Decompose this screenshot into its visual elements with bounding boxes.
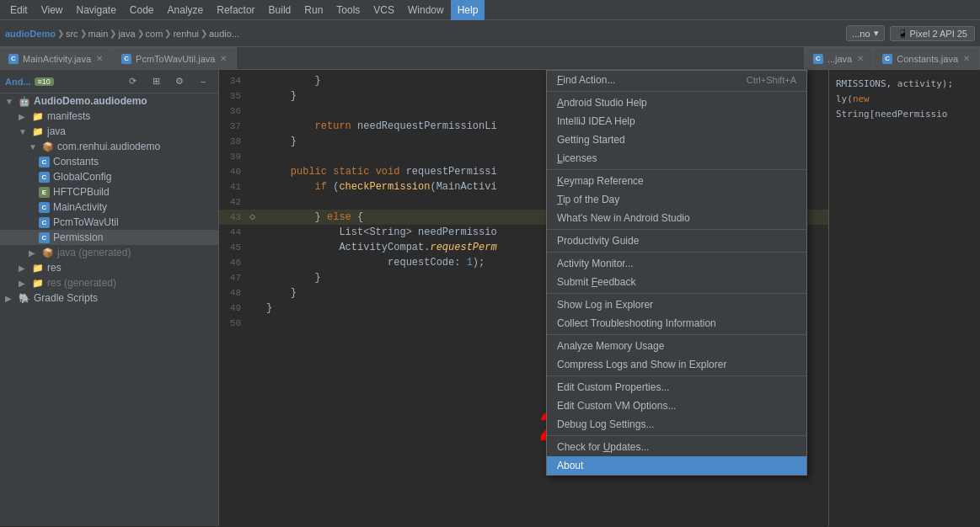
tree-gradle-label: Gradle Scripts xyxy=(34,292,98,304)
tree-pcmtowavutil[interactable]: C PcmToWavUtil xyxy=(0,215,218,230)
tree-gradle[interactable]: ▶ 🐘 Gradle Scripts xyxy=(0,290,218,306)
class-icon-mainactivity: C xyxy=(39,202,50,213)
tree-res-generated[interactable]: ▶ 📁 res (generated) xyxy=(0,275,218,290)
breadcrumb-sep1: ❯ xyxy=(57,29,64,38)
menu-code[interactable]: Code xyxy=(123,0,161,20)
tab-close-rightjava[interactable]: ✕ xyxy=(856,54,865,63)
menu-productivity-guide[interactable]: Productivity Guide xyxy=(547,232,806,250)
tree-mainactivity[interactable]: C MainActivity xyxy=(0,200,218,215)
tree-permission[interactable]: C Permission xyxy=(0,230,218,245)
menu-submit-feedback-label: Submit Feedback xyxy=(557,276,635,288)
tree-arrow-resgen: ▶ xyxy=(19,279,29,288)
run-config-dropdown[interactable]: ...no ▾ xyxy=(846,25,884,41)
tree-mainactivity-label: MainActivity xyxy=(53,201,107,213)
tab-rightjava[interactable]: C ...java ✕ xyxy=(805,47,874,69)
tree-hftcpbuild[interactable]: E HFTCPBuild xyxy=(0,184,218,200)
menu-whats-new-label: What's New in Android Studio xyxy=(557,212,690,224)
tab-icon-c3: C xyxy=(813,54,823,64)
tree-globalconfig[interactable]: C GlobalConfig xyxy=(0,169,218,184)
menu-find-action[interactable]: Find Action... Ctrl+Shift+A xyxy=(547,71,806,89)
menu-licenses-label: Licenses xyxy=(557,152,597,164)
tree-arrow-res: ▶ xyxy=(19,264,29,273)
tab-label-mainactivity: MainActivity.java xyxy=(23,54,91,64)
sidebar-sync-btn[interactable]: ⟳ xyxy=(122,72,142,92)
menu-analyze[interactable]: Analyze xyxy=(161,0,211,20)
menu-analyze-memory[interactable]: Analyze Memory Usage xyxy=(547,337,806,355)
menu-about[interactable]: About xyxy=(547,456,806,475)
menu-build[interactable]: Build xyxy=(262,0,298,20)
tree-java[interactable]: ▼ 📁 java xyxy=(0,124,218,139)
sidebar-expand-btn[interactable]: ⊞ xyxy=(146,72,166,92)
package-icon-gen: 📦 xyxy=(42,248,54,258)
menu-collect-troubleshooting[interactable]: Collect Troubleshooting Information xyxy=(547,314,806,333)
sidebar-collapse-btn[interactable]: − xyxy=(193,72,213,92)
breadcrumb-renhui: renhui xyxy=(173,29,199,39)
menu-activity-monitor[interactable]: Activity Monitor... xyxy=(547,254,806,273)
menu-debug-log[interactable]: Debug Log Settings... xyxy=(547,415,806,434)
tab-close-constants[interactable]: ✕ xyxy=(962,54,971,63)
sidebar-settings-btn[interactable]: ⚙ xyxy=(169,72,190,92)
menu-navigate[interactable]: Navigate xyxy=(69,0,122,20)
left-tab-bar: C MainActivity.java ✕ C PcmToWavUtil.jav… xyxy=(0,47,804,69)
menu-show-log[interactable]: Show Log in Explorer xyxy=(547,295,806,314)
tree-package[interactable]: ▼ 📦 com.renhui.audiodemo xyxy=(0,139,218,154)
menu-divider-3 xyxy=(547,229,806,230)
menu-compress-logs-label: Compress Logs and Show in Explorer xyxy=(557,359,726,370)
menu-intellij-help[interactable]: IntelliJ IDEA Help xyxy=(547,112,806,130)
menu-collect-troubleshooting-label: Collect Troubleshooting Information xyxy=(557,317,716,329)
breadcrumb-audio: audio... xyxy=(209,29,239,39)
tree-pcmtowavutil-label: PcmToWavUtil xyxy=(53,216,119,228)
class-icon-pcmtowavutil: C xyxy=(39,217,50,228)
tab-close-pcmtowavutil[interactable]: ✕ xyxy=(219,54,228,63)
menu-run[interactable]: Run xyxy=(297,0,329,20)
tree-root[interactable]: ▼ 🤖 AudioDemo.audiodemo xyxy=(0,93,218,109)
menu-intellij-help-label: IntelliJ IDEA Help xyxy=(557,115,635,127)
tree-resgen-label: res (generated) xyxy=(47,277,116,289)
class-icon-globalconfig: C xyxy=(39,172,50,183)
menu-whats-new[interactable]: What's New in Android Studio xyxy=(547,209,806,227)
menu-edit[interactable]: Edit xyxy=(3,0,35,20)
menu-licenses[interactable]: Licenses xyxy=(547,149,806,168)
tree-res[interactable]: ▶ 📁 res xyxy=(0,260,218,275)
tab-constants[interactable]: C Constants.java ✕ xyxy=(874,47,980,69)
menu-check-updates[interactable]: Check for Updates... xyxy=(547,438,806,456)
device-api-badge[interactable]: 📱 Pixel 2 API 25 xyxy=(890,26,976,41)
menu-compress-logs[interactable]: Compress Logs and Show in Explorer xyxy=(547,355,806,374)
menu-activity-monitor-label: Activity Monitor... xyxy=(557,258,634,269)
tree-globalconfig-label: GlobalConfig xyxy=(53,171,111,183)
menu-tip-of-day[interactable]: Tip of the Day xyxy=(547,190,806,209)
tree-root-label: AudioDemo.audiodemo xyxy=(34,95,147,107)
tree-constants[interactable]: C Constants xyxy=(0,154,218,169)
menu-edit-custom-props[interactable]: Edit Custom Properties... xyxy=(547,378,806,397)
menu-tools[interactable]: Tools xyxy=(329,0,367,20)
menu-view[interactable]: View xyxy=(35,0,70,20)
menu-getting-started[interactable]: Getting Started xyxy=(547,130,806,149)
tab-icon-c2: C xyxy=(121,54,131,64)
tree-arrow-package: ▼ xyxy=(29,142,39,152)
menu-refactor[interactable]: Refactor xyxy=(210,0,261,20)
menu-divider-1 xyxy=(547,91,806,92)
menu-edit-vm-options[interactable]: Edit Custom VM Options... xyxy=(547,397,806,415)
menu-help[interactable]: Help xyxy=(451,0,485,20)
menu-android-studio-help[interactable]: Android Studio Help xyxy=(547,93,806,112)
project-name: audioDemo xyxy=(5,29,56,39)
breadcrumb-com: com xyxy=(146,29,163,39)
tree-arrow-root: ▼ xyxy=(5,97,15,106)
tab-mainactivity[interactable]: C MainActivity.java ✕ xyxy=(0,47,113,69)
tab-close-mainactivity[interactable]: ✕ xyxy=(95,54,104,63)
menu-tip-label: Tip of the Day xyxy=(557,194,619,205)
tab-bar-container: C MainActivity.java ✕ C PcmToWavUtil.jav… xyxy=(0,47,980,70)
tree-java-generated[interactable]: ▶ 📦 java (generated) xyxy=(0,245,218,260)
menu-submit-feedback[interactable]: Submit Feedback xyxy=(547,273,806,291)
tree-package-label: com.renhui.audiodemo xyxy=(57,141,160,152)
folder-icon-resgen: 📁 xyxy=(32,278,44,289)
menu-edit-vm-options-label: Edit Custom VM Options... xyxy=(557,400,676,412)
package-icon: 📦 xyxy=(42,141,54,152)
menu-vcs[interactable]: VCS xyxy=(367,0,401,20)
project-selector: audioDemo ❯ src ❯ main ❯ java ❯ com ❯ re… xyxy=(5,29,239,39)
menu-keymap[interactable]: Keymap Reference xyxy=(547,172,806,190)
breadcrumb-java: java xyxy=(118,29,135,39)
tree-manifests[interactable]: ▶ 📁 manifests xyxy=(0,109,218,124)
menu-window[interactable]: Window xyxy=(401,0,451,20)
tab-pcmtowavutil[interactable]: C PcmToWavUtil.java ✕ xyxy=(113,47,237,69)
